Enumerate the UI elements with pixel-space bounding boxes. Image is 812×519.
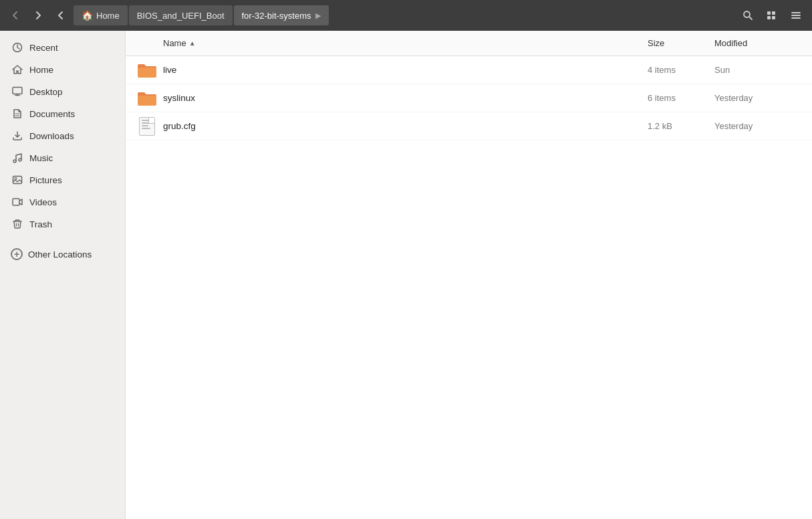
file-modified: Yesterday — [714, 93, 801, 103]
col-name-label: Name — [163, 38, 186, 48]
svg-rect-5 — [772, 16, 775, 19]
breadcrumb-for32[interactable]: for-32-bit-systems ▶ — [234, 5, 329, 25]
folder-icon — [136, 88, 158, 109]
svg-rect-3 — [772, 11, 775, 15]
sidebar-item-videos-label: Videos — [29, 197, 57, 207]
view-options-button[interactable] — [761, 5, 783, 26]
text-file-icon — [136, 116, 158, 137]
sidebar-item-home[interactable]: Home — [3, 59, 122, 80]
forward-button[interactable] — [28, 5, 48, 25]
breadcrumb: 🏠 Home BIOS_and_UEFI_Boot for-32-bit-sys… — [74, 5, 734, 25]
other-locations-plus-icon: + — [11, 248, 23, 260]
sidebar-item-downloads[interactable]: Downloads — [3, 125, 122, 146]
col-size-label: Size — [648, 38, 664, 48]
sidebar-item-other-locations[interactable]: + Other Locations — [3, 244, 122, 264]
svg-point-15 — [13, 160, 16, 163]
table-row[interactable]: syslinux 6 items Yesterday — [126, 84, 812, 112]
recent-icon — [11, 41, 24, 54]
breadcrumb-home-label: Home — [96, 11, 120, 21]
file-size: 4 items — [648, 65, 714, 75]
svg-point-16 — [19, 159, 21, 161]
breadcrumb-bios-label: BIOS_and_UEFI_Boot — [137, 11, 225, 21]
menu-button[interactable] — [785, 5, 807, 26]
file-size: 6 items — [648, 93, 714, 103]
sidebar-item-pictures-label: Pictures — [29, 175, 62, 185]
desktop-icon — [11, 85, 24, 98]
svg-line-1 — [749, 17, 752, 19]
main-area: Recent Home Desktop — [0, 31, 812, 519]
file-modified: Yesterday — [714, 121, 801, 131]
file-list-header: Name ▲ Size Modified — [126, 31, 812, 56]
breadcrumb-home[interactable]: 🏠 Home — [74, 5, 128, 25]
breadcrumb-expand-icon: ▶ — [315, 11, 321, 20]
table-row[interactable]: live 4 items Sun — [126, 56, 812, 84]
svg-rect-10 — [13, 88, 22, 94]
trash-icon — [11, 217, 24, 231]
svg-rect-17 — [13, 177, 22, 184]
header: 🏠 Home BIOS_and_UEFI_Boot for-32-bit-sys… — [0, 0, 812, 31]
sidebar-item-home-label: Home — [29, 65, 53, 75]
sidebar: Recent Home Desktop — [0, 31, 126, 519]
svg-point-18 — [15, 178, 17, 180]
svg-rect-19 — [13, 199, 19, 205]
file-list: live 4 items Sun syslinux 6 items Yester… — [126, 56, 812, 519]
table-row[interactable]: grub.cfg 1.2 kB Yesterday — [126, 112, 812, 140]
sort-ascending-icon: ▲ — [189, 39, 196, 47]
header-actions — [737, 5, 807, 26]
folder-icon — [136, 60, 158, 81]
sidebar-item-music[interactable]: Music — [3, 147, 122, 169]
breadcrumb-for32-label: for-32-bit-systems — [242, 11, 311, 21]
parent-dir-button[interactable] — [51, 5, 71, 25]
sidebar-item-recent-label: Recent — [29, 43, 58, 53]
sidebar-item-pictures[interactable]: Pictures — [3, 169, 122, 191]
sidebar-item-documents-label: Documents — [29, 109, 75, 119]
file-size: 1.2 kB — [648, 121, 714, 131]
videos-icon — [11, 195, 24, 209]
col-modified-header: Modified — [714, 38, 801, 48]
file-modified: Sun — [714, 65, 801, 75]
sidebar-item-desktop-label: Desktop — [29, 87, 63, 97]
sidebar-item-documents[interactable]: Documents — [3, 103, 122, 124]
col-size-header: Size — [648, 38, 714, 48]
svg-rect-2 — [767, 11, 771, 15]
breadcrumb-bios[interactable]: BIOS_and_UEFI_Boot — [129, 5, 233, 25]
sidebar-item-videos[interactable]: Videos — [3, 191, 122, 213]
svg-rect-4 — [767, 16, 771, 19]
sidebar-item-trash[interactable]: Trash — [3, 213, 122, 235]
sidebar-item-downloads-label: Downloads — [29, 131, 74, 141]
file-name: syslinux — [163, 93, 648, 103]
pictures-icon — [11, 173, 24, 187]
home-icon: 🏠 — [82, 10, 93, 21]
sidebar-item-trash-label: Trash — [29, 219, 52, 229]
sidebar-other-locations-label: Other Locations — [28, 249, 92, 260]
search-button[interactable] — [737, 5, 759, 26]
file-name: live — [163, 65, 648, 75]
col-name-header[interactable]: Name ▲ — [163, 38, 648, 48]
documents-icon — [11, 107, 24, 120]
col-modified-label: Modified — [714, 38, 747, 48]
file-name: grub.cfg — [163, 121, 648, 131]
sidebar-item-desktop[interactable]: Desktop — [3, 81, 122, 102]
file-pane: Name ▲ Size Modified live 4 — [126, 31, 812, 519]
back-button[interactable] — [5, 5, 25, 25]
downloads-icon — [11, 129, 24, 142]
sidebar-item-recent[interactable]: Recent — [3, 37, 122, 58]
sidebar-item-music-label: Music — [29, 153, 53, 163]
music-icon — [11, 151, 24, 165]
home-sidebar-icon — [11, 63, 24, 76]
